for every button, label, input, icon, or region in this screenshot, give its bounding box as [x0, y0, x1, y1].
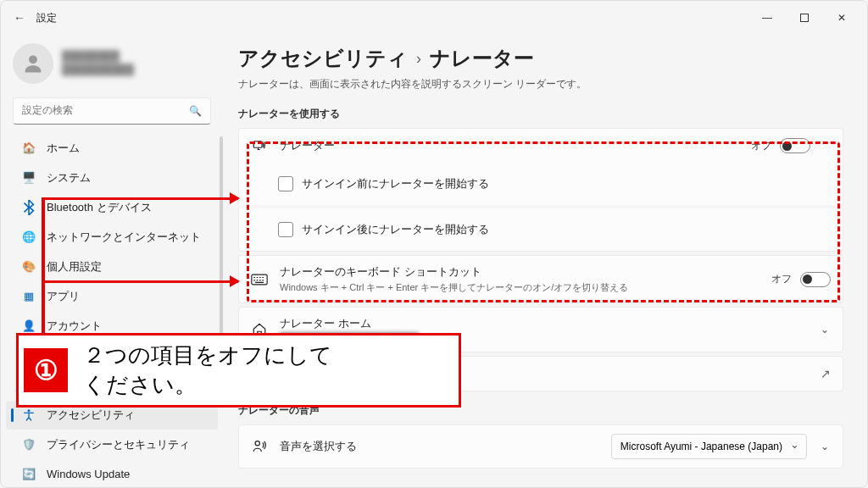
sidebar-item-personalize[interactable]: 🎨 個人用設定: [6, 252, 218, 281]
profile-sub: ██████████: [62, 64, 134, 77]
narrator-toggle[interactable]: [780, 138, 810, 153]
sidebar-item-label: Windows Update: [47, 468, 130, 480]
person-icon: [21, 52, 45, 75]
voice-select-title: 音声を選択する: [280, 439, 599, 454]
svg-point-0: [29, 55, 37, 64]
nav: 🏠 ホーム 🖥️ システム Bluetooth とデバイス 🌐 ネットワークとイ…: [1, 133, 223, 487]
sidebar-item-network[interactable]: 🌐 ネットワークとインターネット: [6, 223, 218, 252]
checkbox-after-signin[interactable]: [278, 222, 293, 237]
svg-rect-2: [253, 141, 262, 148]
annotation-arrow-2: [43, 280, 238, 283]
privacy-icon: 🛡️: [21, 437, 36, 452]
chevron-up-icon[interactable]: ⌃: [819, 140, 831, 152]
home-title: ナレーター ホーム: [280, 316, 807, 331]
sidebar: ████████ ██████████ 設定の検索 🔍 🏠 ホーム 🖥️ システ…: [1, 35, 223, 487]
page-description: ナレーターは、画面に表示された内容を説明するスクリーン リーダーです。: [238, 77, 843, 92]
narrator-icon: [251, 137, 268, 154]
update-icon: 🔄: [21, 467, 36, 482]
profile-name: ████████: [62, 50, 134, 64]
titlebar: ← 設定 — ✕: [1, 1, 867, 35]
window-controls: — ✕: [748, 4, 860, 31]
breadcrumb: アクセシビリティ › ナレーター: [238, 45, 843, 72]
search-input[interactable]: 設定の検索 🔍: [13, 97, 211, 125]
apps-icon: ▦: [21, 289, 36, 304]
shortcut-title: ナレーターのキーボード ショートカット: [280, 264, 760, 280]
sidebar-item-apps[interactable]: ▦ アプリ: [6, 282, 218, 311]
annotation-vertical-line: [42, 197, 45, 333]
svg-point-5: [255, 441, 259, 446]
close-button[interactable]: ✕: [823, 4, 860, 31]
sidebar-item-label: ネットワークとインターネット: [47, 230, 201, 245]
accessibility-icon: [21, 408, 36, 423]
voice-select-dropdown[interactable]: Microsoft Ayumi - Japanese (Japan): [611, 434, 807, 459]
narrator-title: ナレーター: [280, 138, 739, 153]
svg-point-1: [27, 409, 30, 412]
sidebar-item-label: Bluetooth とデバイス: [47, 200, 152, 215]
network-icon: 🌐: [21, 230, 36, 245]
sidebar-item-label: アプリ: [47, 289, 80, 304]
sidebar-item-home[interactable]: 🏠 ホーム: [6, 134, 218, 163]
minimize-button[interactable]: —: [748, 4, 786, 31]
checkbox-label: サインイン後にナレーターを開始する: [302, 222, 489, 237]
sidebar-item-label: アカウント: [47, 319, 102, 334]
chevron-down-icon[interactable]: ⌄: [819, 441, 831, 452]
sidebar-item-label: システム: [47, 170, 91, 186]
shortcut-desc: Windows キー + Ctrl キー + Enter キーを押してナレーター…: [280, 281, 760, 294]
external-link-icon: ↗: [821, 367, 831, 380]
section-label-use: ナレーターを使用する: [238, 107, 843, 121]
sidebar-item-system[interactable]: 🖥️ システム: [6, 164, 218, 192]
voice-icon: [251, 438, 268, 455]
main-content: アクセシビリティ › ナレーター ナレーターは、画面に表示された内容を説明するス…: [223, 35, 867, 487]
back-button[interactable]: ←: [8, 11, 31, 25]
voice-selected: Microsoft Ayumi - Japanese (Japan): [620, 441, 782, 452]
checkbox-before-signin[interactable]: [278, 176, 293, 191]
sidebar-item-label: プライバシーとセキュリティ: [47, 437, 190, 452]
sidebar-item-update[interactable]: 🔄 Windows Update: [6, 460, 218, 487]
personalize-icon: 🎨: [21, 259, 36, 274]
maximize-button[interactable]: [786, 4, 823, 31]
narrator-card[interactable]: ナレーター オフ ⌃: [238, 128, 843, 163]
narrator-option-before[interactable]: サインイン前にナレーターを開始する: [238, 163, 843, 205]
sidebar-item-label: ホーム: [47, 141, 80, 156]
avatar: [13, 43, 53, 84]
system-icon: 🖥️: [21, 170, 36, 186]
shortcut-toggle[interactable]: [800, 272, 831, 287]
shortcut-card[interactable]: ナレーターのキーボード ショートカット Windows キー + Ctrl キー…: [238, 255, 843, 303]
keyboard-icon: [251, 271, 268, 288]
chevron-right-icon: ›: [416, 50, 421, 68]
sidebar-item-privacy[interactable]: 🛡️ プライバシーとセキュリティ: [6, 430, 218, 459]
annotation-text: ２つの項目をオフにして ください。: [83, 341, 332, 400]
shortcut-state: オフ: [771, 272, 792, 286]
window-title: 設定: [36, 11, 57, 25]
narrator-state: オフ: [751, 139, 771, 153]
voice-select-card[interactable]: 音声を選択する Microsoft Ayumi - Japanese (Japa…: [238, 424, 843, 469]
sidebar-item-label: アクセシビリティ: [47, 408, 135, 423]
profile[interactable]: ████████ ██████████: [1, 38, 223, 96]
home-icon: 🏠: [21, 141, 36, 156]
annotation-callout: ① ２つの項目をオフにして ください。: [16, 333, 461, 408]
chevron-down-icon[interactable]: ⌄: [819, 324, 831, 336]
active-indicator: [11, 408, 14, 422]
annotation-arrow-1: [43, 197, 238, 200]
narrator-option-after[interactable]: サインイン後にナレーターを開始する: [238, 208, 843, 252]
svg-rect-3: [252, 274, 267, 285]
page-title: ナレーター: [430, 45, 534, 72]
bluetooth-icon: [21, 200, 36, 215]
breadcrumb-parent[interactable]: アクセシビリティ: [238, 45, 408, 72]
sidebar-item-label: 個人用設定: [47, 259, 102, 274]
account-icon: 👤: [21, 319, 36, 334]
annotation-badge: ①: [24, 348, 68, 392]
search-placeholder: 設定の検索: [22, 103, 189, 118]
checkbox-label: サインイン前にナレーターを開始する: [302, 176, 489, 191]
search-icon: 🔍: [189, 105, 202, 117]
